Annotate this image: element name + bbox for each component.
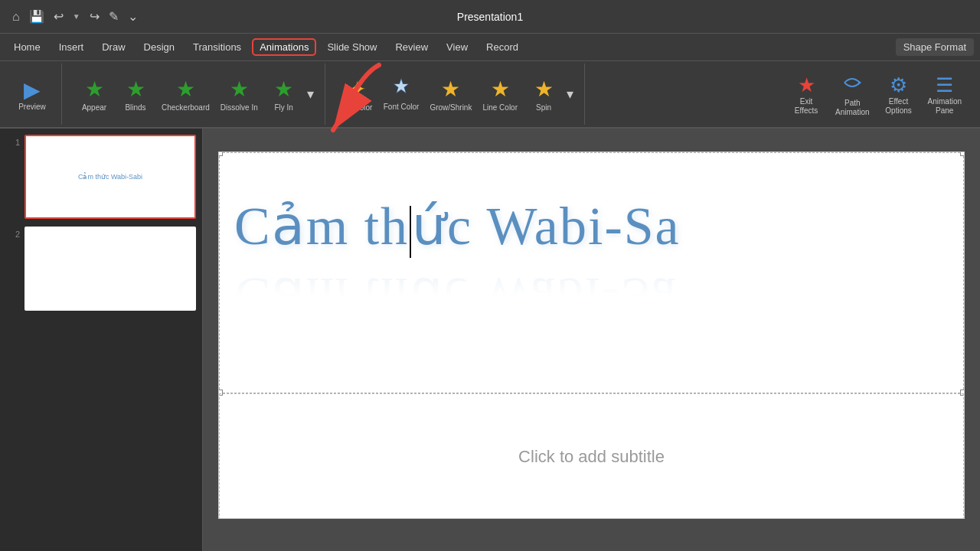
dissolve-label: Dissolve In bbox=[220, 103, 258, 112]
undo-dropdown-icon[interactable]: ▼ bbox=[73, 12, 80, 21]
menu-bar: Home Insert Draw Design Transitions Anim… bbox=[0, 34, 980, 61]
ribbon-right-group: ★ ExitEffects PathAnimation ⚙ EffectOpti… bbox=[780, 64, 974, 125]
anim-dissolve-btn[interactable]: ★ Dissolve In bbox=[216, 73, 263, 116]
linecolor-star-icon: ★ bbox=[491, 77, 510, 102]
blinds-label: Blinds bbox=[125, 103, 145, 112]
animation-pane-icon: ☰ bbox=[936, 73, 953, 97]
ribbon-preview-group: ▶ Preview bbox=[6, 64, 62, 125]
slides-panel: 1 Cảm thức Wabi-Sabi 2 bbox=[0, 129, 203, 551]
slide-number-1: 1 bbox=[6, 138, 20, 147]
main-title[interactable]: Cảm thức Wabi-Sa bbox=[234, 194, 681, 258]
menu-draw[interactable]: Draw bbox=[94, 38, 132, 56]
subtitle-area[interactable]: Click to add subtitle bbox=[219, 393, 964, 519]
ribbon-entrance-group: ★ Appear ★ Blinds ★ Checkerboard ★ Disso… bbox=[68, 64, 325, 125]
menu-home[interactable]: Home bbox=[6, 38, 48, 56]
exit-effects-label: ExitEffects bbox=[795, 97, 818, 116]
spin-label: Spin bbox=[536, 103, 551, 112]
appear-star-icon: ★ bbox=[85, 77, 104, 102]
title-bar: ⌂ 💾 ↩ ▼ ↪ ✎ ⌄ Presentation1 bbox=[0, 0, 980, 34]
menu-record[interactable]: Record bbox=[479, 38, 526, 56]
title-reflection: Cảm thức Wabi-Sa bbox=[234, 266, 678, 328]
linecolor-label: Line Color bbox=[482, 103, 518, 112]
fillcolor-star-icon: ✦ bbox=[348, 77, 366, 102]
slide-thumb-1[interactable]: Cảm thức Wabi-Sabi bbox=[24, 135, 196, 219]
anim-checkerboard-btn[interactable]: ★ Checkerboard bbox=[157, 73, 214, 116]
checkerboard-star-icon: ★ bbox=[176, 77, 195, 102]
fillcolor-label: Fill Color bbox=[342, 103, 372, 112]
spin-star-icon: ★ bbox=[534, 77, 554, 102]
save-icon[interactable]: 💾 bbox=[29, 9, 44, 24]
ribbon-emphasis-group: ✦ Fill Color Font Color ★ Grow/Shrink ★ … bbox=[332, 64, 585, 125]
effect-options-label: EffectOptions bbox=[885, 97, 911, 116]
subtitle-placeholder: Click to add subtitle bbox=[518, 447, 665, 467]
handle-tr[interactable] bbox=[960, 152, 965, 156]
appear-label: Appear bbox=[82, 103, 106, 112]
path-animation-btn[interactable]: PathAnimation bbox=[829, 67, 875, 122]
anim-appear-btn[interactable]: ★ Appear bbox=[74, 73, 114, 116]
emphasis-items-row: ✦ Fill Color Font Color ★ Grow/Shrink ★ … bbox=[338, 73, 575, 116]
growshrink-label: Grow/Shrink bbox=[430, 103, 472, 112]
anim-growshrink-btn[interactable]: ★ Grow/Shrink bbox=[425, 73, 476, 116]
preview-button[interactable]: ▶ Preview bbox=[12, 67, 52, 122]
anim-fillcolor-btn[interactable]: ✦ Fill Color bbox=[338, 73, 377, 116]
path-animation-icon bbox=[841, 72, 863, 99]
animation-pane-btn[interactable]: ☰ AnimationPane bbox=[922, 67, 968, 122]
handle-tl[interactable] bbox=[218, 152, 223, 156]
anim-linecolor-btn[interactable]: ★ Line Color bbox=[478, 73, 522, 116]
play-icon: ▶ bbox=[24, 77, 41, 103]
growshrink-star-icon: ★ bbox=[441, 77, 460, 102]
dissolve-star-icon: ★ bbox=[230, 77, 249, 102]
menu-design[interactable]: Design bbox=[136, 38, 182, 56]
redo-icon[interactable]: ↪ bbox=[90, 9, 100, 24]
undo-icon[interactable]: ↩ bbox=[54, 9, 64, 24]
preview-label: Preview bbox=[18, 103, 46, 112]
effect-options-btn[interactable]: ⚙ EffectOptions bbox=[879, 67, 919, 122]
ribbon: ▶ Preview ★ Appear ★ Blinds ★ Checkerboa… bbox=[0, 61, 980, 129]
slide-number-2: 2 bbox=[6, 230, 20, 239]
effect-options-icon: ⚙ bbox=[890, 73, 907, 97]
more-icon[interactable]: ⌄ bbox=[128, 9, 138, 24]
anim-flyin-btn[interactable]: ★ Fly In bbox=[264, 73, 304, 116]
slide-item-1[interactable]: 1 Cảm thức Wabi-Sabi bbox=[6, 135, 196, 219]
menu-shape-format[interactable]: Shape Format bbox=[896, 38, 974, 56]
flyin-star-icon: ★ bbox=[274, 77, 293, 102]
fontcolor-label: Font Color bbox=[384, 103, 420, 112]
menu-transitions[interactable]: Transitions bbox=[185, 38, 249, 56]
anim-blinds-btn[interactable]: ★ Blinds bbox=[116, 73, 155, 116]
menu-slideshow[interactable]: Slide Show bbox=[319, 38, 384, 56]
animation-items-row: ★ Appear ★ Blinds ★ Checkerboard ★ Disso… bbox=[74, 73, 315, 116]
animation-pane-label: AnimationPane bbox=[928, 97, 962, 116]
menu-insert[interactable]: Insert bbox=[51, 38, 92, 56]
anim-fontcolor-btn[interactable]: Font Color bbox=[379, 73, 424, 115]
slide-1-preview-text: Cảm thức Wabi-Sabi bbox=[75, 170, 145, 184]
exit-effects-icon: ★ bbox=[798, 73, 815, 97]
checkerboard-label: Checkerboard bbox=[162, 103, 210, 112]
app-title: Presentation1 bbox=[457, 11, 523, 23]
slide-canvas[interactable]: Cảm thức Wabi-Sa Cảm thức Wabi-Sa Click … bbox=[218, 152, 965, 519]
menu-animations[interactable]: Animations bbox=[252, 38, 316, 56]
fontcolor-star-icon bbox=[391, 77, 411, 101]
main-content: 1 Cảm thức Wabi-Sabi 2 bbox=[0, 129, 980, 551]
more-animations-btn[interactable]: ▾ bbox=[305, 84, 315, 104]
path-animation-label: PathAnimation bbox=[835, 99, 869, 117]
title-text-after-cursor: ức Wabi-Sa bbox=[412, 197, 681, 256]
home-icon[interactable]: ⌂ bbox=[12, 10, 20, 24]
slide-thumb-2[interactable] bbox=[24, 227, 196, 311]
title-bar-controls: ⌂ 💾 ↩ ▼ ↪ ✎ ⌄ bbox=[12, 9, 138, 24]
blinds-star-icon: ★ bbox=[126, 77, 145, 102]
flyin-label: Fly In bbox=[274, 103, 292, 112]
slide-item-2[interactable]: 2 bbox=[6, 227, 196, 311]
menu-view[interactable]: View bbox=[439, 38, 475, 56]
svg-marker-2 bbox=[858, 80, 861, 85]
text-cursor bbox=[410, 206, 411, 258]
canvas-area: Cảm thức Wabi-Sa Cảm thức Wabi-Sa Click … bbox=[203, 129, 980, 551]
menu-review[interactable]: Review bbox=[387, 38, 436, 56]
edit-icon[interactable]: ✎ bbox=[109, 9, 119, 24]
more-emphasis-btn[interactable]: ▾ bbox=[565, 84, 575, 104]
exit-effects-btn[interactable]: ★ ExitEffects bbox=[786, 67, 826, 122]
title-text-before-cursor: Cảm th bbox=[234, 197, 409, 256]
anim-spin-btn[interactable]: ★ Spin bbox=[524, 73, 564, 116]
